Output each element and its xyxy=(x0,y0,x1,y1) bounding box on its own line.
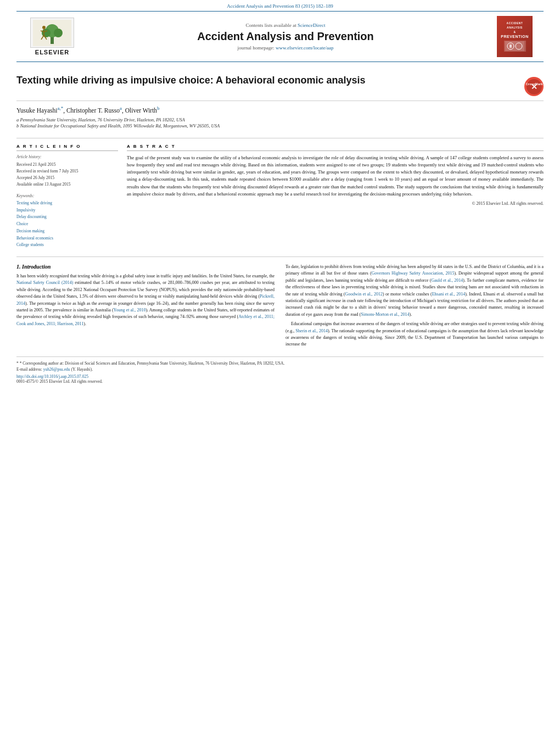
badge-prevention: PREVENTION xyxy=(501,35,529,38)
ghsa-link[interactable]: Governors Highway Safety Association, 20… xyxy=(372,271,455,276)
abstract-column: A B S T R A C T The goal of the present … xyxy=(127,144,544,249)
goodwin-link[interactable]: Goodwin et al., 2012 xyxy=(345,292,383,297)
keyword-4: Choice xyxy=(16,221,118,228)
header-center: Contents lists available at ScienceDirec… xyxy=(82,23,489,51)
keyword-5: Decision making xyxy=(16,228,118,235)
body-col-left: 1. Introduction It has been widely recog… xyxy=(16,264,275,351)
intro-title: Introduction xyxy=(22,264,51,270)
author-russo: Christopher T. Russo xyxy=(66,107,120,114)
elsevier-label: ELSEVIER xyxy=(35,49,69,55)
journal-badge-container: ACCIDENT ANALYSIS & PREVENTION xyxy=(489,16,533,57)
homepage-url[interactable]: www.elsevier.com/locate/aap xyxy=(276,45,333,51)
crossmark-badge[interactable]: ✕ CrossMark xyxy=(524,77,544,96)
author-wirth-super: b xyxy=(157,105,160,111)
doi-url[interactable]: http://dx.doi.org/10.1016/j.aap.2015.07.… xyxy=(16,374,88,379)
intro-number: 1. xyxy=(16,264,22,270)
author-russo-super: a xyxy=(120,105,122,111)
authors-line: Yusuke Hayashia,*, Christopher T. Russoa… xyxy=(16,105,544,114)
sherin-link[interactable]: Sherin et al., 2014 xyxy=(295,328,328,333)
intro-section-title: 1. Introduction xyxy=(16,264,275,270)
article-history-label: Article history: xyxy=(16,154,118,159)
keywords-list: Texting while driving Impulsivity Delay … xyxy=(16,200,118,249)
atchley-link[interactable]: Atchley et al., 2011; Cook and Jones, 20… xyxy=(16,314,275,326)
intro-para1: It has been widely recognized that texti… xyxy=(16,273,275,327)
content-area: Texting while driving as impulsive choic… xyxy=(0,62,560,351)
keyword-3: Delay discounting xyxy=(16,214,118,221)
authors-section: Yusuke Hayashia,*, Christopher T. Russoa… xyxy=(16,101,544,131)
elsevier-logo-image xyxy=(30,18,74,48)
pickrell-link[interactable]: Pickrell, 2014 xyxy=(16,294,275,305)
intro-para3: Educational campaigns that increase awar… xyxy=(285,321,544,348)
copyright-line: © 2015 Elsevier Ltd. All rights reserved… xyxy=(127,201,544,206)
email-suffix: (Y. Hayashi). xyxy=(71,367,93,372)
gauld-link[interactable]: Gauld et al., 2014 xyxy=(431,278,463,283)
keyword-6: Behavioral economics xyxy=(16,235,118,242)
email-label: E-mail address: xyxy=(16,367,42,372)
keyword-7: College students xyxy=(16,242,118,249)
intro-right-text: To date, legislation to prohibit drivers… xyxy=(285,264,544,348)
journal-badge: ACCIDENT ANALYSIS & PREVENTION xyxy=(497,16,533,57)
journal-ref-text: Accident Analysis and Prevention 83 (201… xyxy=(227,3,333,9)
abstract-header: A B S T R A C T xyxy=(127,144,544,151)
svg-point-5 xyxy=(42,26,46,29)
article-title-section: Texting while driving as impulsive choic… xyxy=(16,68,544,101)
affil-b: b National Institute for Occupational Sa… xyxy=(16,123,544,129)
page: Accident Analysis and Prevention 83 (201… xyxy=(0,0,560,742)
corresponding-text: * Corresponding author at: Division of S… xyxy=(20,361,285,366)
svg-text:CrossMark: CrossMark xyxy=(526,82,542,86)
affil-a: a Pennsylvania State University, Hazleto… xyxy=(16,117,544,122)
intro-body-text: It has been widely recognized that texti… xyxy=(16,273,275,327)
issn-line: 0001-4575/© 2015 Elsevier Ltd. All right… xyxy=(16,379,544,384)
author-wirth: Oliver Wirth xyxy=(125,107,157,114)
svg-rect-14 xyxy=(509,44,512,48)
date-online: Available online 13 August 2015 xyxy=(16,181,118,188)
keyword-2: Impulsivity xyxy=(16,207,118,214)
keywords-label: Keywords: xyxy=(16,193,118,198)
abstract-paragraph: The goal of the present study was to exa… xyxy=(127,154,544,198)
journal-title: Accident Analysis and Prevention xyxy=(82,30,489,43)
date-received: Received 21 April 2015 xyxy=(16,161,118,168)
keywords-section: Keywords: Texting while driving Impulsiv… xyxy=(16,193,118,249)
footer-area: * * Corresponding author at: Division of… xyxy=(16,356,544,387)
sciencedirect-link[interactable]: ScienceDirect xyxy=(298,23,325,28)
author-hayashi-super: a,* xyxy=(57,105,63,111)
elsevier-logo: ELSEVIER xyxy=(27,18,77,55)
article-dates: Received 21 April 2015 Received in revis… xyxy=(16,161,118,188)
article-info-abstract: A R T I C L E I N F O Article history: R… xyxy=(16,138,544,249)
body-section: 1. Introduction It has been widely recog… xyxy=(16,256,544,351)
young-link[interactable]: Young et al., 2010 xyxy=(114,308,146,313)
simons-link[interactable]: Simons-Morton et al., 2014 xyxy=(361,312,409,317)
contents-text: Contents lists available at xyxy=(246,23,296,28)
intro-para2: To date, legislation to prohibit drivers… xyxy=(285,264,544,318)
body-col-right: To date, legislation to prohibit drivers… xyxy=(285,264,544,351)
email-address[interactable]: yuh26@psu.edu xyxy=(43,367,70,372)
keyword-1: Texting while driving xyxy=(16,200,118,207)
badge-and: & xyxy=(513,30,516,34)
affiliations: a Pennsylvania State University, Hazleto… xyxy=(16,117,544,129)
contents-available-line: Contents lists available at ScienceDirec… xyxy=(82,23,489,28)
date-accepted: Accepted 26 July 2015 xyxy=(16,175,118,181)
email-line: E-mail address: yuh26@psu.edu (Y. Hayash… xyxy=(16,366,544,372)
article-info-column: A R T I C L E I N F O Article history: R… xyxy=(16,144,118,249)
abstract-text: The goal of the present study was to exa… xyxy=(127,154,544,198)
article-info-header: A R T I C L E I N F O xyxy=(16,144,118,151)
ehsani-link[interactable]: Ehsani et al., 2014 xyxy=(432,292,465,297)
svg-point-4 xyxy=(54,29,63,37)
svg-rect-11 xyxy=(505,41,524,51)
badge-accident: ACCIDENT xyxy=(507,21,523,25)
doi-line: http://dx.doi.org/10.1016/j.aap.2015.07.… xyxy=(16,374,544,379)
badge-analysis: ANALYSIS xyxy=(507,26,523,29)
journal-reference: Accident Analysis and Prevention 83 (201… xyxy=(0,0,560,11)
article-title: Texting while driving as impulsive choic… xyxy=(16,74,524,87)
journal-homepage: journal homepage: www.elsevier.com/locat… xyxy=(82,45,489,51)
nsc-link[interactable]: National Safety Council (2014) xyxy=(16,280,73,285)
author-hayashi: Yusuke Hayashi xyxy=(16,107,57,114)
date-revised: Received in revised form 7 July 2015 xyxy=(16,168,118,175)
journal-header: ELSEVIER Contents lists available at Sci… xyxy=(16,11,544,62)
corresponding-author-note: * * Corresponding author at: Division of… xyxy=(16,360,544,366)
homepage-prefix: journal homepage: xyxy=(238,45,275,51)
svg-rect-1 xyxy=(51,36,54,44)
